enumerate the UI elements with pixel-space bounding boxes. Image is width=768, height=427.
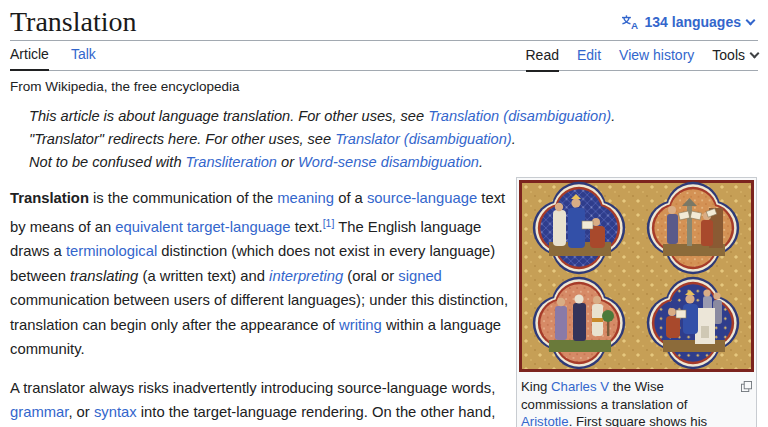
svg-text:A: A [630, 20, 637, 30]
page-header: Translation A 134 languages [10, 0, 758, 41]
text-segment: or [277, 154, 298, 170]
hatnotes: This article is about language translati… [29, 105, 758, 174]
chevron-down-icon [746, 16, 756, 26]
caption-text: King Charles V the Wise commissions a tr… [521, 379, 707, 427]
tools-label: Tools [712, 47, 745, 63]
page-title: Translation [10, 6, 137, 38]
text-segment: Not to be confused with [29, 154, 186, 170]
languages-label: 134 languages [645, 14, 742, 30]
hatnote: This article is about language translati… [29, 105, 758, 128]
text-segment: . [512, 131, 516, 147]
tab-read[interactable]: Read [526, 47, 559, 72]
tab-article[interactable]: Article [10, 46, 49, 71]
chevron-down-icon [750, 49, 760, 59]
text-segment: Translation [10, 190, 89, 206]
tools-menu[interactable]: Tools [712, 47, 758, 63]
inline-link[interactable]: writing [339, 317, 382, 333]
text-segment: . [479, 154, 483, 170]
inline-link[interactable]: Translation (disambiguation) [428, 108, 611, 124]
expand-icon[interactable] [741, 379, 752, 397]
text-segment: King [521, 379, 551, 394]
text-segment: A translator always risks inadvertently … [10, 380, 495, 396]
article-page: Translation A 134 languages Article [0, 0, 768, 427]
text-segment: is the communication of the [89, 190, 277, 206]
inline-link[interactable]: terminological [66, 243, 157, 259]
text-segment: , or [68, 404, 94, 420]
inline-link[interactable]: meaning [277, 190, 334, 206]
inline-link[interactable]: syntax [94, 404, 137, 420]
text-segment: translating [70, 268, 138, 284]
inline-link[interactable]: Charles V [551, 379, 609, 394]
paragraph: Translation is the communication of the … [10, 186, 515, 362]
inline-link[interactable]: grammar [10, 404, 68, 420]
tab-view-history[interactable]: View history [619, 47, 694, 63]
reference-link[interactable]: [1] [323, 217, 335, 229]
text-segment: . [611, 108, 615, 124]
thumbnail-caption: King Charles V the Wise commissions a tr… [519, 372, 754, 427]
text-segment: text. [291, 219, 323, 235]
hatnote: "Translator" redirects here. For other u… [29, 128, 758, 151]
paragraph: A translator always risks inadvertently … [10, 376, 515, 427]
manuscript-illustration-image[interactable] [519, 180, 754, 372]
text-segment: "Translator" redirects here. For other u… [29, 131, 335, 147]
inline-link[interactable]: Translator (disambiguation) [335, 131, 512, 147]
text-segment: This article is about language translati… [29, 108, 428, 124]
translate-icon: A [621, 14, 639, 30]
tab-bar: Article Talk Read Edit View history Tool… [10, 41, 758, 71]
text-segment: (oral or [343, 268, 398, 284]
tab-talk[interactable]: Talk [71, 46, 96, 70]
hatnote: Not to be confused with Transliteration … [29, 151, 758, 174]
inline-link[interactable]: target-language [187, 219, 291, 235]
text-segment: (a written text) and [138, 268, 269, 284]
article-thumbnail: King Charles V the Wise commissions a tr… [516, 177, 757, 427]
tab-edit[interactable]: Edit [577, 47, 601, 63]
text-segment: of a [334, 190, 367, 206]
inline-link[interactable]: source-language [367, 190, 477, 206]
inline-link[interactable]: Transliteration [186, 154, 277, 170]
languages-button[interactable]: A 134 languages [621, 14, 759, 30]
inline-link[interactable]: equivalent [115, 219, 182, 235]
inline-link[interactable]: signed [398, 268, 442, 284]
inline-link[interactable]: Word-sense disambiguation [298, 154, 479, 170]
inline-link[interactable]: interpreting [269, 268, 343, 284]
site-tagline: From Wikipedia, the free encyclopedia [10, 79, 758, 94]
article-body: Translation is the communication of the … [10, 186, 515, 427]
inline-link[interactable]: Aristotle [521, 414, 569, 427]
